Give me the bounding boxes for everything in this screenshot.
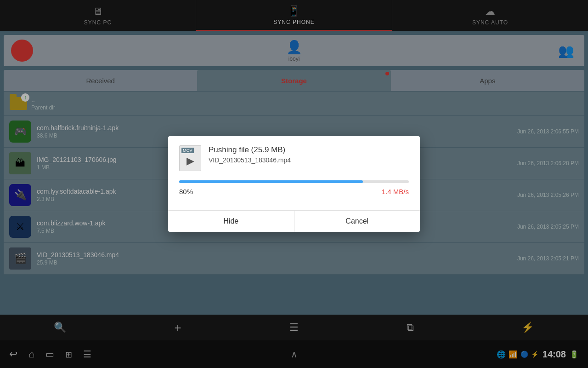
modal-buttons: Hide Cancel — [168, 210, 420, 232]
push-file-modal: ▶ Pushing file (25.9 MB) VID_20130513_18… — [168, 136, 420, 232]
progress-stats: 80% 1.4 MB/s — [179, 188, 409, 196]
modal-titles: Pushing file (25.9 MB) VID_20130513_1830… — [209, 145, 409, 164]
modal-file-icon: ▶ — [179, 145, 201, 171]
hide-button[interactable]: Hide — [168, 211, 294, 232]
progress-speed-label: 1.4 MB/s — [382, 188, 409, 196]
modal-body: ▶ Pushing file (25.9 MB) VID_20130513_18… — [168, 136, 420, 210]
progress-bar-fill — [179, 180, 363, 183]
modal-title: Pushing file (25.9 MB) — [209, 145, 409, 155]
modal-overlay: ▶ Pushing file (25.9 MB) VID_20130513_18… — [0, 0, 588, 368]
cancel-button[interactable]: Cancel — [294, 211, 420, 232]
modal-filename: VID_20130513_183046.mp4 — [209, 156, 409, 164]
progress-bar-container — [179, 180, 409, 183]
progress-percent-label: 80% — [179, 188, 193, 196]
modal-title-row: ▶ Pushing file (25.9 MB) VID_20130513_18… — [179, 145, 409, 171]
